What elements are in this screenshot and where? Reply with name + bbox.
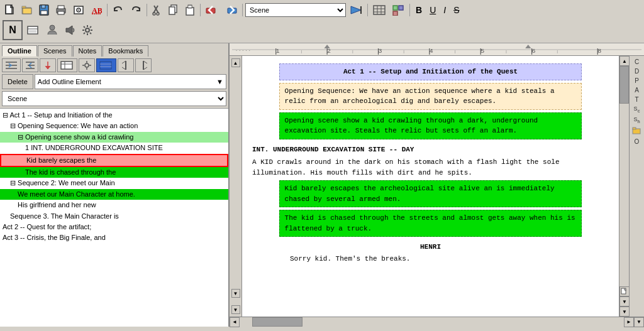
tree-item[interactable]: The kid is chased through the [0,167,228,178]
tree-item[interactable]: ⊟ Act 1 -- Setup and Initiation of the [0,110,228,121]
tree-item[interactable]: 1 INT. UNDERGROUND EXCAVATION SITE [0,143,228,153]
separator-1 [107,4,108,16]
cut-btn[interactable] [150,3,165,18]
tab-notes[interactable]: Notes [73,45,103,57]
tree-item[interactable]: Act 2 -- Quest for the artifact; [0,222,228,232]
sidebar-c[interactable]: C [630,57,644,67]
tab-bar: Outline Scenes Notes Bookmarks [0,43,228,57]
scene-nav-btn[interactable] [347,3,365,18]
separator-4 [242,4,243,16]
format-box-btn[interactable] [389,3,407,18]
svg-text:6: 6 [532,47,536,53]
hscroll-right-btn[interactable]: ► [624,317,634,327]
outline-type-row: Scene [2,91,226,106]
save-btn[interactable] [36,3,52,18]
separator-3 [200,4,201,16]
tab-bookmarks[interactable]: Bookmarks [103,45,148,57]
delete-btn[interactable]: Delete [2,74,33,89]
scroll-down-left[interactable]: ▼ [231,289,240,298]
tab-scenes[interactable]: Scenes [38,45,72,57]
sidebar-d[interactable]: D [630,67,644,76]
paste-btn[interactable] [182,3,197,18]
ruler: 1 2 3 4 5 6 8 [230,43,644,56]
vscroll-file-btn[interactable] [619,286,630,296]
sidebar-sc[interactable]: Sc [630,104,644,115]
audio-btn[interactable] [62,23,78,38]
outdent-list-btn[interactable] [22,58,38,72]
view-toggle-btn[interactable] [96,58,116,72]
tree-item[interactable]: We meet our Main Character at home. [0,189,228,200]
horizontal-scrollbar[interactable]: ◄ ► ▼ [230,317,644,327]
tree-item[interactable]: ⊟ Opening Sequence: We have an action [0,121,228,131]
sidebar-o[interactable]: O [630,137,644,146]
underline-btn[interactable]: U [426,3,439,18]
preview-btn[interactable] [70,3,87,18]
copy-btn[interactable] [166,3,181,18]
character-btn[interactable] [44,23,60,38]
tree-item[interactable]: ⊟ Sequence 2: We meet our Main [0,178,228,188]
sidebar-p[interactable]: P [630,76,644,85]
vscroll-thumb[interactable] [619,66,629,104]
tree-item[interactable]: Kid barely escapes the [0,154,228,167]
tree-item[interactable]: Act 3 -- Crisis, the Big Finale, and [0,232,228,243]
scene-type-dropdown[interactable]: Scene [245,3,346,17]
vscroll-down-btn2[interactable]: ▼ [619,307,630,317]
outline-settings-btn[interactable] [79,58,95,72]
add-outline-element-btn[interactable]: Add Outline Element ▼ [35,74,226,89]
svg-point-12 [78,9,79,11]
svg-text:8: 8 [597,47,601,53]
hscroll-track[interactable] [240,317,624,327]
tab-outline[interactable]: Outline [2,45,37,57]
sidebar-a[interactable]: A [630,85,644,95]
scene-heading-1: INT. UNDERGROUND EXCAVATION SITE -- DAY [252,144,609,155]
vscroll-track[interactable] [619,66,629,286]
tree-item[interactable]: His girlfriend and her new [0,200,228,210]
redo-btn[interactable] [128,3,144,18]
green-box-1: Opening scene show a kid crawling throug… [279,112,582,139]
svg-rect-9 [58,11,64,14]
strikethrough-btn[interactable]: S [450,3,462,18]
svg-rect-82 [633,128,636,129]
scroll-down-left2[interactable]: ▼ [231,305,240,314]
tree-item[interactable]: Sequence 3. The Main Character is [0,211,228,222]
open-btn[interactable] [19,3,35,18]
scene-icon-btn[interactable] [57,58,77,72]
col-resize-btn[interactable] [118,58,134,72]
navigate-right-btn[interactable] [222,3,240,18]
svg-marker-26 [351,6,361,14]
sidebar-folder[interactable] [630,126,644,137]
sidebar-sh[interactable]: Sh [630,115,644,126]
vscroll-down-btn[interactable]: ▼ [619,296,630,307]
format-table-btn[interactable] [370,3,388,18]
dialogue-1: Sorry kid. Them's the breaks. [290,254,571,264]
vscroll-up-btn[interactable]: ▲ [619,56,630,66]
move-down-btn[interactable] [40,58,56,72]
navigate-left-btn[interactable] [203,3,221,18]
script-content[interactable]: Act 1 -- Setup and Initiation of the Que… [242,56,619,317]
indent-list-btn[interactable] [2,58,21,72]
new-file-btn[interactable] [3,3,18,18]
svg-point-52 [85,63,89,67]
right-panel: 1 2 3 4 5 6 8 [230,43,644,327]
outline-tree[interactable]: ⊟ Act 1 -- Setup and Initiation of the⊟ … [0,109,228,327]
hscroll-corner-btn[interactable]: ▼ [634,317,644,327]
settings-btn[interactable] [79,23,96,38]
hscroll-left-btn[interactable]: ◄ [230,317,240,327]
svg-rect-3 [23,8,31,14]
sidebar-t[interactable]: T [630,95,644,104]
outline-action-row: Delete Add Outline Element ▼ [2,74,226,89]
spell-btn[interactable]: ABC [88,3,104,18]
svg-rect-35 [393,11,397,16]
scroll-up-left[interactable]: ▲ [231,58,240,67]
index-card-btn[interactable] [24,23,43,38]
undo-btn[interactable] [110,3,126,18]
outline-type-select[interactable]: Scene [2,91,226,106]
hscroll-thumb[interactable] [252,317,303,327]
vertical-scrollbar[interactable]: ▲ ▼ ▼ [619,56,629,317]
italic-btn[interactable]: I [440,3,449,18]
tree-item[interactable]: ⊟ Opening scene show a kid crawling [0,132,228,143]
print-btn[interactable] [53,3,69,18]
n-main-button[interactable]: N [3,20,23,40]
bold-btn[interactable]: B [413,3,425,18]
col-resize-right-btn[interactable] [135,58,152,72]
